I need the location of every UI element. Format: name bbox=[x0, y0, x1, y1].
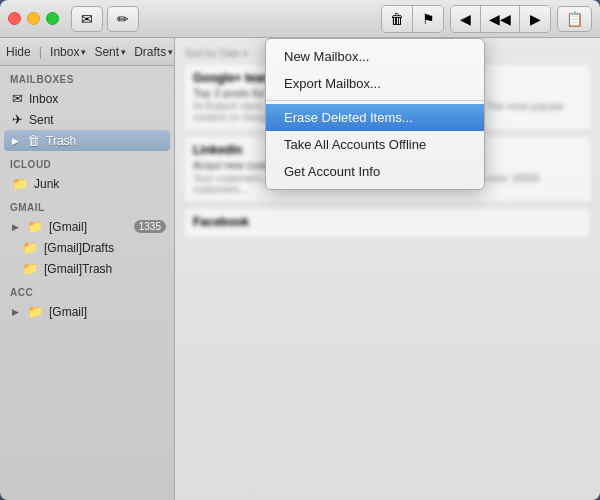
drafts-dropdown-arrow: ▾ bbox=[168, 47, 173, 57]
inbox-icon: ✉ bbox=[12, 91, 23, 106]
compose-button[interactable]: ✉ bbox=[71, 6, 103, 32]
drafts-tab[interactable]: Drafts ▾ bbox=[134, 45, 173, 59]
edit-button[interactable]: ✏ bbox=[107, 6, 139, 32]
traffic-lights bbox=[8, 12, 59, 25]
sidebar-item-junk[interactable]: 📁 Junk bbox=[0, 173, 174, 194]
email-sender-3: Facebook bbox=[193, 215, 582, 229]
compose-buttons: ✉ ✏ bbox=[71, 6, 139, 32]
acc-gmail-icon: 📁 bbox=[27, 304, 43, 319]
menu-item-erase-deleted[interactable]: Erase Deleted Items... bbox=[266, 104, 484, 131]
back-button[interactable]: ◀ bbox=[451, 6, 481, 32]
compose-icon: ✉ bbox=[81, 11, 93, 27]
mailboxes-section-header: MAILBOXES bbox=[0, 66, 174, 88]
sent-dropdown-arrow: ▾ bbox=[121, 47, 126, 57]
sent-tab[interactable]: Sent ▾ bbox=[94, 45, 126, 59]
gmail-trash-icon: 📁 bbox=[22, 261, 38, 276]
minimize-button[interactable] bbox=[27, 12, 40, 25]
titlebar: ✉ ✏ 🗑 ⚑ ◀ ◀◀ bbox=[0, 0, 600, 38]
maximize-button[interactable] bbox=[46, 12, 59, 25]
menu-item-new-mailbox[interactable]: New Mailbox... bbox=[266, 43, 484, 70]
trash-icon: 🗑 bbox=[390, 11, 404, 27]
sidebar-item-acc-gmail[interactable]: ▶ 📁 [Gmail] bbox=[0, 301, 174, 322]
toolbar-separator: | bbox=[39, 44, 42, 59]
back-icon: ◀ bbox=[460, 11, 471, 27]
sidebar-item-sent[interactable]: ✈ Sent bbox=[0, 109, 174, 130]
sidebar: Hide | Inbox ▾ Sent ▾ Drafts ▾ MAILBOXES bbox=[0, 38, 175, 500]
content-area: Sort by Date ▾ Google+ team Top 3 posts … bbox=[175, 38, 600, 500]
nav-buttons: ◀ ◀◀ ▶ bbox=[450, 5, 551, 33]
trash-button[interactable]: 🗑 bbox=[382, 6, 413, 32]
junk-icon: 📁 bbox=[12, 176, 28, 191]
sidebar-item-gmail-drafts[interactable]: 📁 [Gmail]Drafts bbox=[0, 237, 174, 258]
sidebar-item-inbox[interactable]: ✉ Inbox bbox=[0, 88, 174, 109]
gmail-drafts-icon: 📁 bbox=[22, 240, 38, 255]
menu-item-export-mailbox[interactable]: Export Mailbox... bbox=[266, 70, 484, 97]
activity-icon: 📋 bbox=[566, 11, 583, 27]
acc-gmail-label: [Gmail] bbox=[49, 305, 87, 319]
trash-folder-icon: 🗑 bbox=[27, 133, 40, 148]
gmail-icon: 📁 bbox=[27, 219, 43, 234]
email-preview-3: Facebook bbox=[185, 209, 590, 237]
back-all-button[interactable]: ◀◀ bbox=[481, 6, 520, 32]
menu-item-take-offline[interactable]: Take All Accounts Offline bbox=[266, 131, 484, 158]
sent-label: Sent bbox=[29, 113, 54, 127]
junk-label: Junk bbox=[34, 177, 59, 191]
toolbar-buttons: 🗑 ⚑ ◀ ◀◀ ▶ 📋 bbox=[381, 5, 592, 33]
sidebar-item-gmail[interactable]: ▶ 📁 [Gmail] 1335 bbox=[0, 216, 174, 237]
gmail-badge: 1335 bbox=[134, 220, 166, 233]
gmail-section-header: GMAIL bbox=[0, 194, 174, 216]
sidebar-item-gmail-trash[interactable]: 📁 [Gmail]Trash bbox=[0, 258, 174, 279]
hide-button[interactable]: Hide bbox=[6, 45, 31, 59]
inbox-tab[interactable]: Inbox ▾ bbox=[50, 45, 86, 59]
gmail-trash-label: [Gmail]Trash bbox=[44, 262, 112, 276]
back-all-icon: ◀◀ bbox=[489, 11, 511, 27]
inbox-dropdown-arrow: ▾ bbox=[81, 47, 86, 57]
edit-icon: ✏ bbox=[117, 11, 129, 27]
sidebar-item-trash[interactable]: ▶ 🗑 Trash bbox=[4, 130, 170, 151]
flag-icon: ⚑ bbox=[422, 11, 435, 27]
trash-expand-arrow: ▶ bbox=[12, 136, 19, 146]
acc-expand-arrow: ▶ bbox=[12, 307, 19, 317]
icloud-section-header: ICLOUD bbox=[0, 151, 174, 173]
gmail-label: [Gmail] bbox=[49, 220, 87, 234]
sent-icon: ✈ bbox=[12, 112, 23, 127]
menu-separator bbox=[266, 100, 484, 101]
trash-label: Trash bbox=[46, 134, 76, 148]
context-menu: New Mailbox... Export Mailbox... Erase D… bbox=[265, 38, 485, 190]
gmail-expand-arrow: ▶ bbox=[12, 222, 19, 232]
action-buttons: 🗑 ⚑ bbox=[381, 5, 444, 33]
acc-section-header: ACC bbox=[0, 279, 174, 301]
forward-icon: ▶ bbox=[530, 11, 541, 27]
flag-button[interactable]: ⚑ bbox=[413, 6, 443, 32]
inbox-label: Inbox bbox=[29, 92, 58, 106]
forward-button[interactable]: ▶ bbox=[520, 6, 550, 32]
activity-button[interactable]: 📋 bbox=[557, 6, 592, 32]
main-area: Hide | Inbox ▾ Sent ▾ Drafts ▾ MAILBOXES bbox=[0, 38, 600, 500]
mail-window: ✉ ✏ 🗑 ⚑ ◀ ◀◀ bbox=[0, 0, 600, 500]
sidebar-toolbar: Hide | Inbox ▾ Sent ▾ Drafts ▾ bbox=[0, 38, 174, 66]
gmail-drafts-label: [Gmail]Drafts bbox=[44, 241, 114, 255]
close-button[interactable] bbox=[8, 12, 21, 25]
menu-item-account-info[interactable]: Get Account Info bbox=[266, 158, 484, 185]
